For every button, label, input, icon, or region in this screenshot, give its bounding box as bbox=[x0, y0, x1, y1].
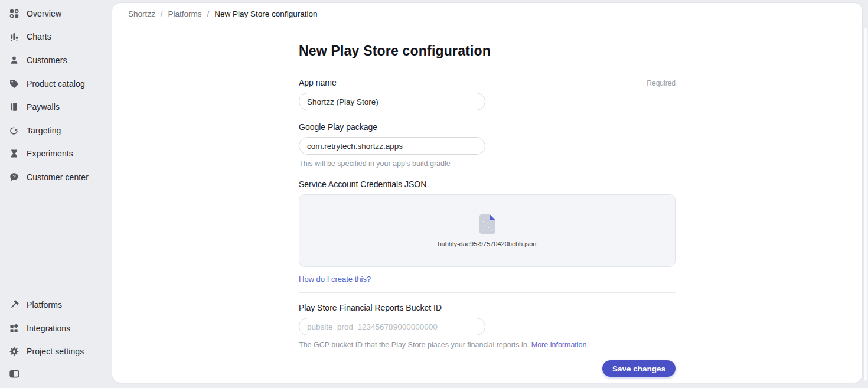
sidebar: Overview Charts Customers bbox=[0, 0, 112, 388]
sidebar-item-targeting[interactable]: Targeting bbox=[0, 119, 112, 142]
section-divider bbox=[299, 292, 676, 293]
credentials-file-dropzone[interactable]: bubbly-dae95-97570420bebb.json bbox=[299, 194, 676, 267]
credentials-label-row: Service Account Credentials JSON bbox=[299, 180, 676, 189]
breadcrumb-separator: / bbox=[207, 9, 210, 18]
save-changes-button[interactable]: Save changes bbox=[602, 360, 676, 377]
sidebar-collapse-row bbox=[0, 363, 112, 387]
form-content: New Play Store configuration App name Re… bbox=[112, 25, 862, 354]
cursor-target-icon bbox=[9, 126, 19, 135]
bucket-label-row: Play Store Financial Reports Bucket ID bbox=[299, 303, 676, 312]
sidebar-item-platforms[interactable]: Platforms bbox=[0, 293, 112, 317]
bucket-helper-text: The GCP bucket ID that the Play Store pl… bbox=[299, 341, 676, 349]
main-panel: Shortzz / Platforms / New Play Store con… bbox=[112, 3, 862, 383]
chat-question-icon: ? bbox=[9, 172, 19, 182]
app-name-label-row: App name Required bbox=[299, 78, 676, 87]
page-title: New Play Store configuration bbox=[299, 43, 676, 59]
sidebar-item-label: Product catalog bbox=[27, 79, 85, 89]
hourglass-flask-icon bbox=[9, 149, 19, 158]
hammer-icon bbox=[9, 300, 19, 309]
svg-text:?: ? bbox=[12, 174, 15, 180]
required-badge: Required bbox=[647, 79, 676, 87]
google-play-package-input[interactable] bbox=[299, 137, 485, 155]
app-name-label: App name bbox=[299, 78, 337, 87]
sidebar-item-label: Project settings bbox=[27, 347, 84, 356]
sidebar-item-overview[interactable]: Overview bbox=[0, 2, 112, 25]
bucket-helper-body: The GCP bucket ID that the Play Store pl… bbox=[299, 341, 529, 349]
sidebar-item-label: Customer center bbox=[27, 172, 89, 182]
sidebar-item-project-settings[interactable]: Project settings bbox=[0, 340, 112, 363]
sidebar-bottom-nav: Platforms Integrations bbox=[0, 293, 112, 387]
sidebar-item-label: Targeting bbox=[27, 126, 61, 135]
json-file-icon bbox=[479, 214, 495, 236]
tag-icon bbox=[9, 79, 19, 89]
breadcrumb-separator: / bbox=[161, 9, 163, 18]
grid-plus-icon bbox=[9, 324, 19, 333]
how-do-i-create-this-link[interactable]: How do I create this? bbox=[299, 275, 371, 283]
sidebar-item-customers[interactable]: Customers bbox=[0, 48, 112, 72]
app-name-input[interactable] bbox=[299, 93, 485, 110]
bucket-id-label: Play Store Financial Reports Bucket ID bbox=[299, 303, 442, 312]
sidebar-nav: Overview Charts Customers bbox=[0, 0, 112, 189]
breadcrumb-current-page: New Play Store configuration bbox=[214, 9, 317, 18]
package-helper-text: This will be specified in your app's bui… bbox=[299, 159, 676, 168]
collapse-sidebar-icon[interactable] bbox=[9, 369, 19, 381]
breadcrumb-project-link[interactable]: Shortzz bbox=[128, 9, 155, 18]
package-label-row: Google Play package bbox=[299, 122, 676, 132]
sidebar-item-label: Experiments bbox=[27, 149, 73, 158]
breadcrumb: Shortzz / Platforms / New Play Store con… bbox=[112, 3, 862, 25]
sidebar-item-label: Charts bbox=[27, 32, 51, 41]
credentials-json-label: Service Account Credentials JSON bbox=[299, 180, 426, 189]
sidebar-item-label: Customers bbox=[27, 56, 67, 65]
more-information-link[interactable]: More information. bbox=[531, 341, 589, 349]
form-footer: Save changes bbox=[112, 354, 862, 383]
book-icon bbox=[9, 102, 19, 112]
sidebar-item-charts[interactable]: Charts bbox=[0, 25, 112, 49]
bucket-id-input[interactable] bbox=[299, 318, 485, 335]
sidebar-item-label: Overview bbox=[27, 9, 61, 18]
breadcrumb-platforms-link[interactable]: Platforms bbox=[168, 9, 202, 18]
sidebar-item-product-catalog[interactable]: Product catalog bbox=[0, 72, 112, 96]
sidebar-item-paywalls[interactable]: Paywalls bbox=[0, 95, 112, 119]
bar-chart-icon bbox=[9, 32, 19, 41]
person-icon bbox=[9, 56, 19, 65]
sidebar-item-experiments[interactable]: Experiments bbox=[0, 142, 112, 166]
sidebar-item-label: Platforms bbox=[27, 300, 62, 309]
uploaded-file-name: bubbly-dae95-97570420bebb.json bbox=[438, 240, 537, 247]
vertical-scrollbar[interactable] bbox=[863, 27, 867, 382]
sidebar-item-integrations[interactable]: Integrations bbox=[0, 317, 112, 340]
overview-grid-icon bbox=[9, 9, 19, 18]
sidebar-item-customer-center[interactable]: ? Customer center bbox=[0, 165, 112, 189]
gear-icon bbox=[9, 347, 19, 356]
sidebar-item-label: Paywalls bbox=[27, 102, 60, 112]
google-play-package-label: Google Play package bbox=[299, 122, 377, 132]
sidebar-item-label: Integrations bbox=[27, 324, 70, 333]
